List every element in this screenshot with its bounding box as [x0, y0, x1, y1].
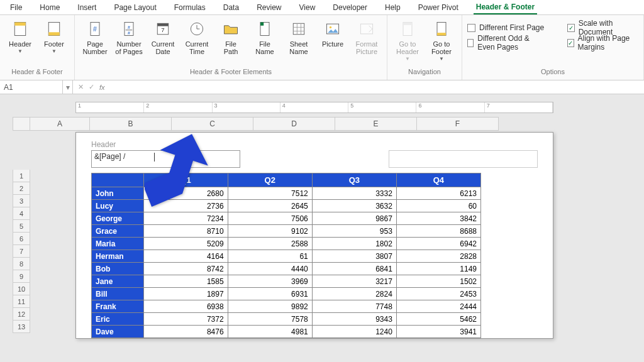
- name-cell[interactable]: Dave: [92, 326, 144, 338]
- table-row[interactable]: Jane1585396932171502: [92, 275, 481, 288]
- name-cell[interactable]: Jane: [92, 275, 144, 288]
- value-cell[interactable]: 1149: [396, 263, 480, 275]
- tab-page-layout[interactable]: Page Layout: [111, 1, 158, 14]
- value-cell[interactable]: 61: [228, 250, 312, 263]
- value-cell[interactable]: 7512: [228, 187, 312, 200]
- file-path-button[interactable]: FilePath: [216, 18, 246, 55]
- value-cell[interactable]: 9892: [228, 300, 312, 313]
- value-cell[interactable]: 8688: [396, 225, 480, 238]
- value-cell[interactable]: 4981: [228, 326, 312, 338]
- table-row[interactable]: Dave8476498112403941: [92, 326, 481, 338]
- value-cell[interactable]: 4440: [228, 263, 312, 275]
- value-cell[interactable]: 7578: [228, 313, 312, 326]
- sheet-name-button[interactable]: SheetName: [284, 18, 314, 55]
- header-right-section[interactable]: [389, 150, 538, 168]
- name-cell[interactable]: Bill: [92, 288, 144, 300]
- name-box-dropdown[interactable]: ▾: [63, 80, 73, 94]
- name-cell[interactable]: Herman: [92, 250, 144, 263]
- value-cell[interactable]: 9343: [312, 313, 396, 326]
- tab-home[interactable]: Home: [37, 1, 62, 14]
- page-number-button[interactable]: #PageNumber: [80, 18, 110, 55]
- enter-icon[interactable]: ✓: [89, 83, 94, 91]
- value-cell[interactable]: 1240: [312, 326, 396, 338]
- name-cell[interactable]: Frank: [92, 300, 144, 313]
- row-header-12[interactable]: 12: [13, 308, 30, 321]
- tab-review[interactable]: Review: [254, 1, 284, 14]
- table-header[interactable]: Q3: [312, 173, 396, 187]
- name-cell[interactable]: Bob: [92, 263, 144, 275]
- tab-view[interactable]: View: [297, 1, 318, 14]
- row-header-2[interactable]: 2: [13, 182, 30, 195]
- value-cell[interactable]: 1802: [312, 238, 396, 250]
- value-cell[interactable]: 953: [312, 225, 396, 238]
- value-cell[interactable]: 7748: [312, 300, 396, 313]
- value-cell[interactable]: 9867: [312, 212, 396, 225]
- table-header[interactable]: Q2: [228, 173, 312, 187]
- value-cell[interactable]: 8476: [143, 326, 228, 338]
- value-cell[interactable]: 60: [396, 200, 480, 212]
- footer-button[interactable]: Footer▼: [39, 18, 69, 54]
- value-cell[interactable]: 1897: [143, 288, 228, 300]
- table-row[interactable]: Bill1897693128242453: [92, 288, 481, 300]
- row-header-13[interactable]: 13: [13, 321, 30, 333]
- select-all-corner[interactable]: [13, 117, 30, 131]
- value-cell[interactable]: 3807: [312, 250, 396, 263]
- row-header-4[interactable]: 4: [13, 207, 30, 220]
- table-header[interactable]: Q4: [396, 173, 480, 187]
- row-header-7[interactable]: 7: [13, 245, 30, 258]
- picture-button[interactable]: Picture: [318, 18, 348, 48]
- row-header-8[interactable]: 8: [13, 258, 30, 270]
- table-row[interactable]: Maria5209258818026942: [92, 238, 481, 250]
- header-button[interactable]: Header▼: [5, 18, 35, 54]
- fx-icon[interactable]: fx: [99, 84, 105, 91]
- tab-file[interactable]: File: [8, 1, 25, 14]
- table-row[interactable]: Grace871091029538688: [92, 225, 481, 238]
- name-cell[interactable]: Lucy: [92, 200, 144, 212]
- row-header-9[interactable]: 9: [13, 270, 30, 283]
- value-cell[interactable]: 6213: [396, 187, 480, 200]
- value-cell[interactable]: 2828: [396, 250, 480, 263]
- value-cell[interactable]: 5209: [143, 238, 228, 250]
- tab-formulas[interactable]: Formulas: [172, 1, 208, 14]
- column-header-C[interactable]: C: [172, 117, 253, 131]
- row-header-3[interactable]: 3: [13, 195, 30, 207]
- value-cell[interactable]: 3941: [396, 326, 480, 338]
- column-header-A[interactable]: A: [30, 117, 90, 131]
- value-cell[interactable]: 2588: [228, 238, 312, 250]
- tab-help[interactable]: Help: [382, 1, 403, 14]
- value-cell[interactable]: 8742: [143, 263, 228, 275]
- value-cell[interactable]: 3632: [312, 200, 396, 212]
- name-cell[interactable]: Maria: [92, 238, 144, 250]
- column-header-E[interactable]: E: [335, 117, 417, 131]
- go-to-footer-button[interactable]: Go toFooter▼: [426, 18, 457, 62]
- column-header-D[interactable]: D: [253, 117, 335, 131]
- row-header-1[interactable]: 1: [13, 170, 30, 182]
- value-cell[interactable]: 1585: [143, 275, 228, 288]
- current-time-button[interactable]: CurrentTime: [182, 18, 212, 55]
- header-center-section[interactable]: [240, 150, 388, 168]
- row-header-11[interactable]: 11: [13, 295, 30, 308]
- value-cell[interactable]: 3332: [312, 187, 396, 200]
- value-cell[interactable]: 6931: [228, 288, 312, 300]
- value-cell[interactable]: 6841: [312, 263, 396, 275]
- name-cell[interactable]: John: [92, 187, 144, 200]
- value-cell[interactable]: 5462: [396, 313, 480, 326]
- value-cell[interactable]: 3217: [312, 275, 396, 288]
- row-header-5[interactable]: 5: [13, 220, 30, 233]
- table-row[interactable]: Frank6938989277482444: [92, 300, 481, 313]
- row-header-6[interactable]: 6: [13, 233, 30, 245]
- value-cell[interactable]: 7372: [143, 313, 228, 326]
- value-cell[interactable]: 2824: [312, 288, 396, 300]
- table-row[interactable]: Bob8742444068411149: [92, 263, 481, 275]
- number-of-pages-button[interactable]: ##Numberof Pages: [114, 18, 144, 55]
- option-different-first-page[interactable]: Different First Page: [467, 21, 548, 34]
- option-align-with-page-margins[interactable]: Align with Page Margins: [567, 36, 638, 49]
- column-header-F[interactable]: F: [417, 117, 499, 131]
- tab-header-footer[interactable]: Header & Footer: [474, 1, 537, 14]
- value-cell[interactable]: 2645: [228, 200, 312, 212]
- value-cell[interactable]: 2444: [396, 300, 480, 313]
- table-row[interactable]: Herman41646138072828: [92, 250, 481, 263]
- current-date-button[interactable]: 7CurrentDate: [148, 18, 178, 55]
- file-name-button[interactable]: FileName: [250, 18, 280, 55]
- value-cell[interactable]: 3969: [228, 275, 312, 288]
